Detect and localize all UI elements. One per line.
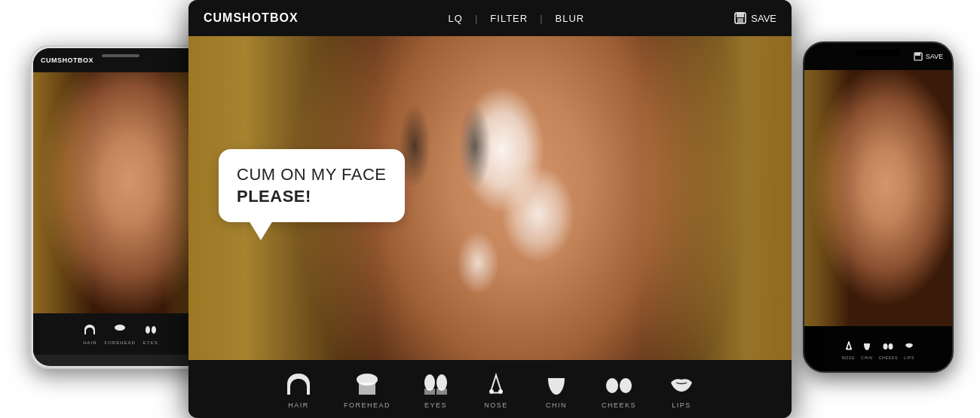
svg-point-0 (115, 325, 125, 331)
toolbar-cheeks[interactable]: CHEEKS (586, 365, 651, 415)
forehead-icon (352, 371, 382, 398)
speech-bubble-text: CUM ON MY FACE PLEASE! (237, 164, 387, 207)
cheeks-label: CHEEKS (602, 401, 636, 409)
svg-point-18 (846, 347, 848, 349)
chin-icon (541, 371, 571, 398)
right-phone-image (804, 70, 952, 326)
left-phone-toolbar: HAIR FOREHEAD EYES (33, 313, 208, 355)
save-button[interactable]: SAVE (734, 12, 776, 24)
svg-rect-4 (737, 13, 744, 17)
nose-label: NOSE (484, 401, 508, 409)
toolbar-lips[interactable]: LIPS (651, 365, 712, 415)
main-toolbar: HAIR FOREHEAD EYES (188, 360, 792, 418)
svg-rect-17 (915, 53, 920, 56)
nav-sep2: | (540, 13, 543, 24)
right-phone-toolbar: NOSE CHIN CHEEKS (804, 326, 952, 371)
speech-line2: PLEASE! (237, 186, 387, 208)
left-phone-tool-hair[interactable]: HAIR (83, 324, 96, 345)
right-phone-tool-chin[interactable]: CHIN (861, 341, 872, 360)
right-phone-nose-label: NOSE (842, 355, 855, 360)
right-phone-chin-icon (862, 341, 872, 354)
right-phone-device: SAVE NOSE (803, 41, 954, 373)
left-phone-logo-prefix: CUMSHOT (41, 56, 78, 64)
eyes-icon (421, 371, 451, 398)
right-phone-lips-label: LIPS (904, 355, 914, 360)
left-phone-forehead-label: FOREHEAD (104, 340, 135, 345)
right-phone-tool-cheeks[interactable]: CHEEKS (879, 341, 898, 360)
right-phone-tool-lips[interactable]: LIPS (904, 341, 914, 360)
left-phone-speaker (102, 54, 139, 57)
left-phone-image (33, 72, 208, 313)
right-phone-save[interactable]: SAVE (914, 52, 943, 61)
main-logo: CUMSHOTBOX (204, 11, 299, 25)
svg-point-15 (620, 378, 632, 393)
svg-rect-10 (424, 389, 435, 395)
toolbar-hair[interactable]: HAIR (268, 365, 329, 415)
svg-point-12 (489, 389, 494, 394)
left-phone-tool-forehead[interactable]: FOREHEAD (104, 324, 135, 345)
svg-rect-7 (359, 383, 375, 395)
svg-point-2 (152, 326, 156, 334)
svg-rect-5 (737, 18, 743, 23)
right-phone-tool-nose[interactable]: NOSE (842, 341, 855, 360)
main-device: CUMSHOTBOX LQ | FILTER | BLUR SAVE CU (188, 0, 792, 418)
svg-point-9 (436, 374, 447, 391)
right-phone-save-icon (914, 52, 923, 61)
toolbar-chin[interactable]: CHIN (526, 365, 586, 415)
main-image-area: CUM ON MY FACE PLEASE! (188, 36, 792, 360)
left-phone-logo-suffix: BOX (78, 56, 93, 64)
eyes-label: EYES (424, 401, 447, 409)
right-phone-lips-icon (904, 341, 914, 354)
svg-rect-11 (436, 389, 447, 395)
speech-bubble: CUM ON MY FACE PLEASE! (219, 149, 405, 222)
right-phone-chin-label: CHIN (861, 355, 872, 360)
nav-filter[interactable]: FILTER (490, 13, 528, 24)
left-phone-logo: CUMSHOTBOX (41, 56, 93, 64)
right-phone-save-label: SAVE (926, 53, 943, 60)
main-topbar: CUMSHOTBOX LQ | FILTER | BLUR SAVE (188, 0, 792, 36)
main-nav: LQ | FILTER | BLUR (449, 13, 585, 24)
hair-label: HAIR (288, 401, 309, 409)
left-phone-hair-label: HAIR (83, 340, 96, 345)
toolbar-forehead[interactable]: FOREHEAD (329, 365, 406, 415)
chin-label: CHIN (546, 401, 567, 409)
cheeks-icon (604, 371, 634, 398)
svg-point-21 (889, 343, 893, 349)
main-logo-suffix: BOX (270, 11, 299, 24)
forehead-label: FOREHEAD (344, 401, 390, 409)
lips-icon (666, 371, 697, 398)
left-phone-eyes-icon (144, 324, 158, 339)
nav-blur[interactable]: BLUR (556, 13, 585, 24)
nose-icon (481, 371, 511, 398)
right-phone-notch (856, 49, 901, 56)
right-phone-cheeks-icon (883, 341, 893, 354)
left-phone-device: CUMSHOTBOX HAIR (30, 45, 211, 369)
toolbar-nose[interactable]: NOSE (466, 365, 526, 415)
speech-line1: CUM ON MY FACE (237, 165, 387, 184)
left-phone-tool-eyes[interactable]: EYES (143, 324, 158, 345)
nav-sep1: | (475, 13, 478, 24)
save-icon (734, 12, 746, 24)
svg-point-14 (606, 378, 618, 393)
toolbar-eyes[interactable]: EYES (406, 365, 466, 415)
left-phone-topbar: CUMSHOTBOX (33, 48, 208, 72)
left-phone-forehead-icon (113, 324, 127, 339)
right-phone-nose-icon (844, 341, 854, 354)
left-phone-hair-icon (83, 324, 96, 339)
svg-point-1 (145, 326, 150, 334)
lips-label: LIPS (672, 401, 691, 409)
left-phone-eyes-label: EYES (143, 340, 158, 345)
svg-point-8 (424, 374, 435, 391)
svg-point-13 (498, 389, 503, 394)
main-logo-prefix: CUMSHOT (204, 11, 270, 24)
right-phone-cheeks-label: CHEEKS (879, 355, 898, 360)
svg-point-20 (884, 343, 888, 349)
hair-icon (283, 371, 314, 398)
nav-lq[interactable]: LQ (449, 13, 463, 24)
right-phone-topbar: SAVE (804, 43, 952, 70)
save-label: SAVE (751, 13, 776, 24)
svg-point-19 (850, 347, 852, 349)
